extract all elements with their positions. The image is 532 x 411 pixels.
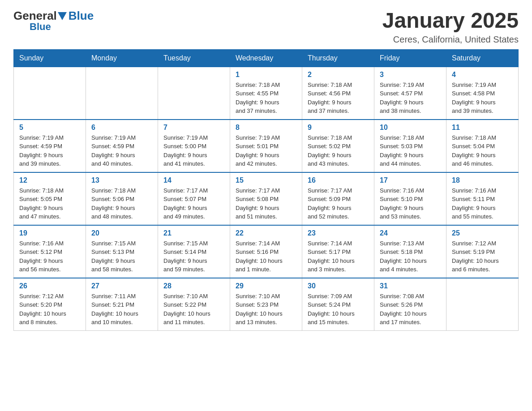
calendar-cell — [86, 67, 158, 120]
day-number: 25 — [452, 229, 513, 237]
day-info: Sunrise: 7:18 AM Sunset: 4:55 PM Dayligh… — [236, 81, 296, 116]
calendar-cell: 6Sunrise: 7:19 AM Sunset: 4:59 PM Daylig… — [86, 120, 158, 172]
title-section: January 2025 Ceres, California, United S… — [382, 9, 519, 45]
day-number: 30 — [308, 282, 369, 290]
day-number: 3 — [380, 71, 441, 79]
day-number: 11 — [452, 124, 513, 132]
day-number: 14 — [163, 176, 224, 184]
calendar-header-wednesday: Wednesday — [230, 49, 302, 67]
day-info: Sunrise: 7:19 AM Sunset: 5:00 PM Dayligh… — [163, 133, 224, 168]
calendar-header-friday: Friday — [374, 49, 446, 67]
day-info: Sunrise: 7:10 AM Sunset: 5:22 PM Dayligh… — [163, 292, 224, 327]
day-number: 19 — [19, 229, 80, 237]
day-info: Sunrise: 7:18 AM Sunset: 4:56 PM Dayligh… — [308, 81, 369, 116]
calendar-week-row: 12Sunrise: 7:18 AM Sunset: 5:05 PM Dayli… — [14, 172, 519, 225]
calendar-cell: 1Sunrise: 7:18 AM Sunset: 4:55 PM Daylig… — [230, 67, 302, 120]
day-number: 23 — [308, 229, 369, 237]
calendar-cell: 14Sunrise: 7:17 AM Sunset: 5:07 PM Dayli… — [158, 172, 230, 225]
day-number: 6 — [91, 124, 152, 132]
calendar-header-tuesday: Tuesday — [158, 49, 230, 67]
calendar-cell — [14, 67, 86, 120]
calendar-cell: 15Sunrise: 7:17 AM Sunset: 5:08 PM Dayli… — [230, 172, 302, 225]
calendar-cell: 9Sunrise: 7:18 AM Sunset: 5:02 PM Daylig… — [302, 120, 374, 172]
calendar-cell: 19Sunrise: 7:16 AM Sunset: 5:12 PM Dayli… — [14, 225, 86, 278]
day-info: Sunrise: 7:19 AM Sunset: 4:59 PM Dayligh… — [91, 133, 152, 168]
day-info: Sunrise: 7:16 AM Sunset: 5:10 PM Dayligh… — [380, 186, 441, 221]
calendar-cell: 4Sunrise: 7:19 AM Sunset: 4:58 PM Daylig… — [446, 67, 519, 120]
calendar-cell: 7Sunrise: 7:19 AM Sunset: 5:00 PM Daylig… — [158, 120, 230, 172]
calendar-header-row: SundayMondayTuesdayWednesdayThursdayFrid… — [14, 49, 519, 67]
calendar-week-row: 5Sunrise: 7:19 AM Sunset: 4:59 PM Daylig… — [14, 120, 519, 172]
day-number: 18 — [452, 176, 513, 184]
logo-triangle-icon — [58, 12, 67, 20]
day-info: Sunrise: 7:19 AM Sunset: 4:59 PM Dayligh… — [19, 133, 80, 168]
day-info: Sunrise: 7:16 AM Sunset: 5:12 PM Dayligh… — [19, 239, 80, 274]
day-number: 29 — [236, 282, 296, 290]
day-info: Sunrise: 7:13 AM Sunset: 5:18 PM Dayligh… — [380, 239, 441, 274]
calendar-cell: 31Sunrise: 7:08 AM Sunset: 5:26 PM Dayli… — [374, 278, 446, 331]
day-number: 24 — [380, 229, 441, 237]
day-number: 4 — [452, 71, 513, 79]
day-info: Sunrise: 7:08 AM Sunset: 5:26 PM Dayligh… — [380, 292, 441, 327]
calendar-cell: 8Sunrise: 7:19 AM Sunset: 5:01 PM Daylig… — [230, 120, 302, 172]
logo: General Blue Blue — [13, 9, 94, 33]
logo-blue-text: Blue — [69, 9, 94, 23]
day-number: 10 — [380, 124, 441, 132]
day-number: 5 — [19, 124, 80, 132]
calendar-week-row: 19Sunrise: 7:16 AM Sunset: 5:12 PM Dayli… — [14, 225, 519, 278]
day-info: Sunrise: 7:18 AM Sunset: 5:02 PM Dayligh… — [308, 133, 369, 168]
calendar-cell: 11Sunrise: 7:18 AM Sunset: 5:04 PM Dayli… — [446, 120, 519, 172]
calendar-week-row: 1Sunrise: 7:18 AM Sunset: 4:55 PM Daylig… — [14, 67, 519, 120]
day-info: Sunrise: 7:19 AM Sunset: 5:01 PM Dayligh… — [236, 133, 296, 168]
calendar-header-saturday: Saturday — [446, 49, 519, 67]
calendar-cell: 5Sunrise: 7:19 AM Sunset: 4:59 PM Daylig… — [14, 120, 86, 172]
day-info: Sunrise: 7:11 AM Sunset: 5:21 PM Dayligh… — [91, 292, 152, 327]
day-info: Sunrise: 7:19 AM Sunset: 4:57 PM Dayligh… — [380, 81, 441, 116]
main-title: January 2025 — [382, 9, 519, 33]
day-number: 31 — [380, 282, 441, 290]
day-number: 27 — [91, 282, 152, 290]
day-number: 28 — [163, 282, 224, 290]
calendar-cell: 13Sunrise: 7:18 AM Sunset: 5:06 PM Dayli… — [86, 172, 158, 225]
calendar-cell: 29Sunrise: 7:10 AM Sunset: 5:23 PM Dayli… — [230, 278, 302, 331]
day-number: 7 — [163, 124, 224, 132]
day-number: 22 — [236, 229, 296, 237]
calendar-week-row: 26Sunrise: 7:12 AM Sunset: 5:20 PM Dayli… — [14, 278, 519, 331]
day-info: Sunrise: 7:14 AM Sunset: 5:17 PM Dayligh… — [308, 239, 369, 274]
day-number: 26 — [19, 282, 80, 290]
calendar-cell: 16Sunrise: 7:17 AM Sunset: 5:09 PM Dayli… — [302, 172, 374, 225]
calendar-cell: 26Sunrise: 7:12 AM Sunset: 5:20 PM Dayli… — [14, 278, 86, 331]
calendar-header-monday: Monday — [86, 49, 158, 67]
calendar-cell: 17Sunrise: 7:16 AM Sunset: 5:10 PM Dayli… — [374, 172, 446, 225]
day-number: 8 — [236, 124, 296, 132]
calendar-cell: 3Sunrise: 7:19 AM Sunset: 4:57 PM Daylig… — [374, 67, 446, 120]
calendar-table: SundayMondayTuesdayWednesdayThursdayFrid… — [13, 49, 519, 331]
day-info: Sunrise: 7:19 AM Sunset: 4:58 PM Dayligh… — [452, 81, 513, 116]
day-info: Sunrise: 7:18 AM Sunset: 5:05 PM Dayligh… — [19, 186, 80, 221]
day-info: Sunrise: 7:18 AM Sunset: 5:03 PM Dayligh… — [380, 133, 441, 168]
day-info: Sunrise: 7:10 AM Sunset: 5:23 PM Dayligh… — [236, 292, 296, 327]
calendar-cell: 2Sunrise: 7:18 AM Sunset: 4:56 PM Daylig… — [302, 67, 374, 120]
day-info: Sunrise: 7:12 AM Sunset: 5:20 PM Dayligh… — [19, 292, 80, 327]
day-info: Sunrise: 7:17 AM Sunset: 5:08 PM Dayligh… — [236, 186, 296, 221]
day-info: Sunrise: 7:15 AM Sunset: 5:14 PM Dayligh… — [163, 239, 224, 274]
calendar-cell: 20Sunrise: 7:15 AM Sunset: 5:13 PM Dayli… — [86, 225, 158, 278]
calendar-cell: 28Sunrise: 7:10 AM Sunset: 5:22 PM Dayli… — [158, 278, 230, 331]
calendar-cell: 25Sunrise: 7:12 AM Sunset: 5:19 PM Dayli… — [446, 225, 519, 278]
day-number: 1 — [236, 71, 296, 79]
calendar-cell — [158, 67, 230, 120]
day-number: 17 — [380, 176, 441, 184]
calendar-cell — [446, 278, 519, 331]
day-info: Sunrise: 7:16 AM Sunset: 5:11 PM Dayligh… — [452, 186, 513, 221]
calendar-cell: 22Sunrise: 7:14 AM Sunset: 5:16 PM Dayli… — [230, 225, 302, 278]
calendar-header-sunday: Sunday — [14, 49, 86, 67]
day-info: Sunrise: 7:15 AM Sunset: 5:13 PM Dayligh… — [91, 239, 152, 274]
calendar-cell: 21Sunrise: 7:15 AM Sunset: 5:14 PM Dayli… — [158, 225, 230, 278]
page-header: General Blue Blue January 2025 Ceres, Ca… — [13, 9, 519, 45]
day-number: 9 — [308, 124, 369, 132]
calendar-cell: 12Sunrise: 7:18 AM Sunset: 5:05 PM Dayli… — [14, 172, 86, 225]
calendar-cell: 10Sunrise: 7:18 AM Sunset: 5:03 PM Dayli… — [374, 120, 446, 172]
day-number: 20 — [91, 229, 152, 237]
calendar-cell: 30Sunrise: 7:09 AM Sunset: 5:24 PM Dayli… — [302, 278, 374, 331]
day-info: Sunrise: 7:18 AM Sunset: 5:04 PM Dayligh… — [452, 133, 513, 168]
